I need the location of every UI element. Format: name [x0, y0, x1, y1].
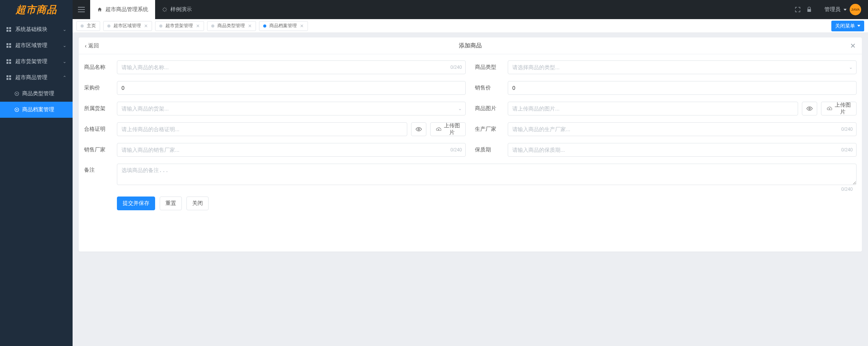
image-label: 商品图片 [475, 105, 508, 112]
svg-rect-9 [9, 59, 11, 61]
seller-input[interactable] [117, 143, 466, 157]
product-form: 商品名称 0/240 商品类型 ⌄ [79, 54, 862, 216]
close-icon[interactable]: ✕ [144, 23, 148, 29]
caret-down-icon [857, 25, 860, 27]
sidebar-subitem-type[interactable]: 商品类型管理 [0, 86, 73, 102]
image-input[interactable] [508, 102, 798, 115]
breadcrumb-tab-archive[interactable]: 商品档案管理 ✕ [259, 21, 308, 31]
sale-label: 销售价 [475, 84, 508, 91]
producer-input[interactable] [508, 122, 857, 136]
sidebar: 超市商品 系统基础模块 ⌄ 超市区域管理 ⌄ 超市货架管理 ⌄ [0, 0, 73, 346]
logo-area: 超市商品 [0, 0, 73, 19]
avatar: JAVA [850, 4, 861, 15]
shelflife-input[interactable] [508, 143, 857, 157]
svg-point-20 [809, 108, 810, 109]
top-tab-demo[interactable]: 样例演示 [155, 0, 199, 19]
close-menu-label: 关闭菜单 [835, 23, 855, 29]
eye-icon [416, 126, 422, 132]
purchase-input[interactable] [117, 81, 466, 95]
submit-button[interactable]: 提交并保存 [117, 197, 155, 210]
chevron-left-icon: ‹ [85, 43, 87, 49]
chevron-down-icon: ⌄ [63, 43, 66, 48]
shelf-select[interactable] [117, 102, 466, 115]
form-actions: 提交并保存 重置 关闭 [84, 197, 857, 210]
tab-label: 主页 [87, 23, 96, 29]
status-dot-icon [263, 24, 266, 28]
breadcrumb-tab-type[interactable]: 商品类型管理 ✕ [207, 21, 256, 31]
preview-cert-button[interactable] [411, 122, 426, 136]
close-icon[interactable]: ✕ [196, 23, 200, 29]
breadcrumb-tab-shelf[interactable]: 超市货架管理 ✕ [155, 21, 204, 31]
svg-rect-11 [9, 62, 11, 64]
breadcrumb-tab-area[interactable]: 超市区域管理 ✕ [103, 21, 152, 31]
upload-cert-button[interactable]: 上传图片 [430, 122, 466, 136]
lock-icon[interactable] [806, 6, 812, 13]
breadcrumb-tab-home[interactable]: 主页 [76, 21, 100, 31]
close-menu-button[interactable]: 关闭菜单 [831, 21, 864, 31]
shelf-label: 所属货架 [84, 105, 117, 112]
sidebar-item-area[interactable]: 超市区域管理 ⌄ [0, 37, 73, 54]
home-icon [97, 7, 102, 12]
svg-rect-12 [6, 75, 8, 77]
top-tab-primary[interactable]: 超市商品管理系统 [90, 0, 155, 19]
top-tab-label: 样例演示 [170, 6, 192, 13]
top-icon-group [789, 0, 818, 19]
reset-button[interactable]: 重置 [160, 197, 182, 210]
avatar-text: JAVA [851, 8, 860, 11]
hamburger-button[interactable] [73, 0, 90, 19]
svg-rect-5 [9, 43, 11, 45]
name-label: 商品名称 [84, 64, 117, 71]
svg-rect-10 [6, 62, 8, 64]
status-dot-icon [107, 24, 110, 28]
svg-rect-3 [9, 30, 11, 32]
eye-icon [806, 106, 813, 112]
tab-label: 商品类型管理 [217, 23, 245, 29]
upload-label: 上传图片 [834, 102, 851, 115]
panel-head: ‹ 返回 添加商品 ✕ [79, 37, 862, 54]
sidebar-item-shelf[interactable]: 超市货架管理 ⌄ [0, 54, 73, 70]
svg-rect-15 [9, 78, 11, 80]
status-dot-icon [81, 24, 84, 28]
close-button[interactable]: 关闭 [186, 197, 209, 210]
upload-image-button[interactable]: 上传图片 [821, 102, 857, 115]
upload-label: 上传图片 [444, 122, 460, 136]
svg-rect-14 [6, 78, 8, 80]
sidebar-item-product[interactable]: 超市商品管理 ⌃ [0, 70, 73, 86]
preview-image-button[interactable] [802, 102, 817, 115]
admin-dropdown[interactable]: 管理员 JAVA [818, 0, 868, 19]
type-label: 商品类型 [475, 64, 508, 71]
tab-label: 商品档案管理 [269, 23, 297, 29]
caret-down-icon [844, 9, 847, 11]
status-dot-icon [159, 24, 162, 28]
tabs-row: 主页 超市区域管理 ✕ 超市货架管理 ✕ 商品类型管理 ✕ 商品档案管理 ✕ [73, 19, 868, 33]
target-icon [15, 91, 19, 96]
cert-input[interactable] [117, 122, 407, 136]
sidebar-item-system-base[interactable]: 系统基础模块 ⌄ [0, 21, 73, 37]
name-input[interactable] [117, 60, 466, 74]
close-icon[interactable]: ✕ [248, 23, 252, 29]
seller-label: 销售厂家 [84, 146, 117, 153]
type-select[interactable] [508, 60, 857, 74]
fullscreen-icon[interactable] [795, 6, 801, 13]
cloud-upload-icon [436, 127, 441, 132]
svg-rect-1 [9, 27, 11, 29]
panel-close-button[interactable]: ✕ [850, 42, 856, 50]
sale-input[interactable] [508, 81, 857, 95]
producer-label: 生产厂家 [475, 126, 508, 133]
svg-rect-0 [6, 27, 8, 29]
remark-label: 备注 [84, 164, 117, 174]
chevron-down-icon: ⌄ [63, 59, 66, 64]
svg-rect-7 [9, 46, 11, 48]
close-icon[interactable]: ✕ [300, 23, 304, 29]
remark-textarea[interactable] [117, 164, 857, 185]
shelflife-label: 保质期 [475, 146, 508, 153]
top-tab-label: 超市商品管理系统 [105, 6, 148, 13]
svg-rect-2 [6, 30, 8, 32]
back-label: 返回 [88, 42, 99, 49]
back-link[interactable]: ‹ 返回 [85, 42, 99, 49]
grid-icon [6, 27, 11, 32]
purchase-label: 采购价 [84, 84, 117, 91]
remark-counter: 0/240 [841, 187, 853, 192]
panel: ‹ 返回 添加商品 ✕ 商品名称 0/240 [79, 37, 862, 252]
sidebar-subitem-archive[interactable]: 商品档案管理 [0, 102, 73, 118]
